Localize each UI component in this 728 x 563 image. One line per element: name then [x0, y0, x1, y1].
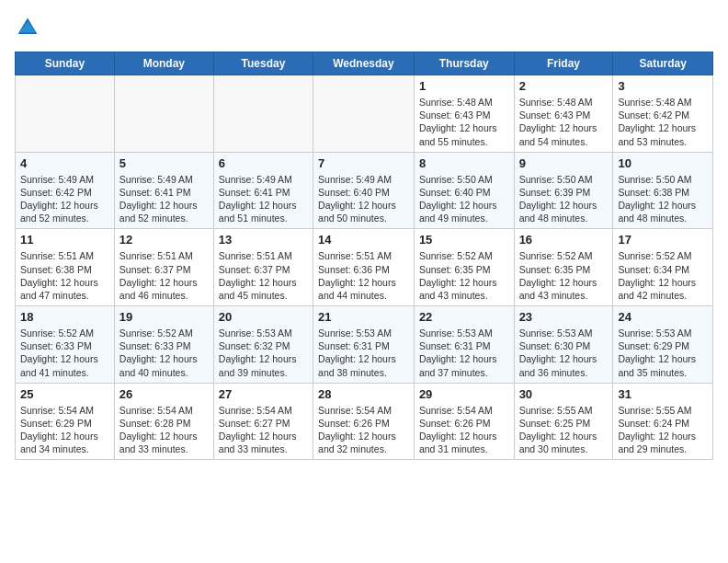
calendar-day-cell: 4Sunrise: 5:49 AM Sunset: 6:42 PM Daylig…	[16, 152, 115, 229]
day-number: 27	[219, 387, 308, 401]
day-number: 14	[318, 233, 409, 247]
calendar-day-cell: 11Sunrise: 5:51 AM Sunset: 6:38 PM Dayli…	[16, 229, 115, 306]
calendar-day-cell: 9Sunrise: 5:50 AM Sunset: 6:39 PM Daylig…	[514, 152, 613, 229]
day-of-week-header: Sunday	[16, 52, 115, 75]
day-number: 12	[119, 233, 209, 247]
calendar-day-cell: 2Sunrise: 5:48 AM Sunset: 6:43 PM Daylig…	[514, 75, 613, 153]
calendar-day-cell: 3Sunrise: 5:48 AM Sunset: 6:42 PM Daylig…	[613, 75, 713, 153]
calendar-day-cell: 20Sunrise: 5:53 AM Sunset: 6:32 PM Dayli…	[213, 306, 313, 384]
calendar-day-cell: 14Sunrise: 5:51 AM Sunset: 6:36 PM Dayli…	[313, 229, 415, 306]
day-info: Sunrise: 5:50 AM Sunset: 6:40 PM Dayligh…	[419, 173, 509, 225]
calendar-table: SundayMondayTuesdayWednesdayThursdayFrid…	[15, 52, 713, 460]
day-number: 6	[219, 156, 308, 170]
calendar-day-cell: 15Sunrise: 5:52 AM Sunset: 6:35 PM Dayli…	[414, 229, 514, 306]
logo	[15, 15, 44, 40]
calendar-day-cell: 17Sunrise: 5:52 AM Sunset: 6:34 PM Dayli…	[613, 229, 713, 306]
calendar-day-cell: 18Sunrise: 5:52 AM Sunset: 6:33 PM Dayli…	[16, 306, 115, 384]
day-number: 7	[318, 156, 409, 170]
day-of-week-header: Monday	[114, 52, 213, 75]
day-number: 2	[519, 79, 609, 93]
day-number: 23	[519, 310, 609, 324]
day-info: Sunrise: 5:51 AM Sunset: 6:37 PM Dayligh…	[219, 249, 308, 302]
page-header	[15, 15, 713, 40]
calendar-day-cell: 12Sunrise: 5:51 AM Sunset: 6:37 PM Dayli…	[114, 229, 213, 306]
day-info: Sunrise: 5:50 AM Sunset: 6:38 PM Dayligh…	[618, 173, 708, 225]
day-info: Sunrise: 5:51 AM Sunset: 6:37 PM Dayligh…	[119, 249, 209, 302]
calendar-day-cell: 30Sunrise: 5:55 AM Sunset: 6:25 PM Dayli…	[514, 383, 613, 460]
calendar-day-cell: 6Sunrise: 5:49 AM Sunset: 6:41 PM Daylig…	[213, 152, 313, 229]
day-number: 17	[618, 233, 708, 247]
day-info: Sunrise: 5:52 AM Sunset: 6:35 PM Dayligh…	[519, 249, 609, 302]
calendar-day-cell	[114, 75, 213, 153]
calendar-day-cell: 27Sunrise: 5:54 AM Sunset: 6:27 PM Dayli…	[213, 383, 313, 460]
day-number: 31	[618, 387, 708, 401]
calendar-week-row: 1Sunrise: 5:48 AM Sunset: 6:43 PM Daylig…	[16, 75, 713, 153]
day-info: Sunrise: 5:53 AM Sunset: 6:31 PM Dayligh…	[318, 327, 409, 379]
day-number: 24	[618, 310, 708, 324]
day-number: 15	[419, 233, 509, 247]
day-of-week-header: Tuesday	[213, 52, 313, 75]
logo-icon	[15, 15, 40, 40]
day-number: 22	[419, 310, 509, 324]
day-number: 25	[20, 387, 109, 401]
day-info: Sunrise: 5:49 AM Sunset: 6:41 PM Dayligh…	[119, 173, 209, 225]
day-number: 30	[519, 387, 609, 401]
day-number: 20	[219, 310, 308, 324]
calendar-day-cell: 19Sunrise: 5:52 AM Sunset: 6:33 PM Dayli…	[114, 306, 213, 384]
day-number: 8	[419, 156, 509, 170]
calendar-day-cell: 5Sunrise: 5:49 AM Sunset: 6:41 PM Daylig…	[114, 152, 213, 229]
day-info: Sunrise: 5:53 AM Sunset: 6:32 PM Dayligh…	[219, 327, 308, 379]
svg-marker-1	[19, 21, 36, 32]
day-info: Sunrise: 5:48 AM Sunset: 6:42 PM Dayligh…	[618, 96, 708, 148]
day-number: 4	[20, 156, 109, 170]
day-info: Sunrise: 5:50 AM Sunset: 6:39 PM Dayligh…	[519, 173, 609, 225]
day-number: 3	[618, 79, 708, 93]
day-info: Sunrise: 5:54 AM Sunset: 6:26 PM Dayligh…	[419, 404, 509, 456]
calendar-header-row: SundayMondayTuesdayWednesdayThursdayFrid…	[16, 52, 713, 75]
calendar-day-cell: 29Sunrise: 5:54 AM Sunset: 6:26 PM Dayli…	[414, 383, 514, 460]
day-of-week-header: Friday	[514, 52, 613, 75]
day-number: 18	[20, 310, 109, 324]
calendar-day-cell	[213, 75, 313, 153]
day-info: Sunrise: 5:52 AM Sunset: 6:33 PM Dayligh…	[20, 327, 109, 379]
day-info: Sunrise: 5:48 AM Sunset: 6:43 PM Dayligh…	[419, 96, 509, 148]
day-info: Sunrise: 5:54 AM Sunset: 6:29 PM Dayligh…	[20, 404, 109, 456]
calendar-day-cell: 28Sunrise: 5:54 AM Sunset: 6:26 PM Dayli…	[313, 383, 415, 460]
calendar-day-cell: 22Sunrise: 5:53 AM Sunset: 6:31 PM Dayli…	[414, 306, 514, 384]
calendar-week-row: 11Sunrise: 5:51 AM Sunset: 6:38 PM Dayli…	[16, 229, 713, 306]
day-info: Sunrise: 5:51 AM Sunset: 6:38 PM Dayligh…	[20, 249, 109, 302]
day-info: Sunrise: 5:54 AM Sunset: 6:26 PM Dayligh…	[318, 404, 409, 456]
calendar-day-cell	[313, 75, 415, 153]
calendar-day-cell: 16Sunrise: 5:52 AM Sunset: 6:35 PM Dayli…	[514, 229, 613, 306]
day-info: Sunrise: 5:55 AM Sunset: 6:24 PM Dayligh…	[618, 404, 708, 456]
calendar-day-cell: 24Sunrise: 5:53 AM Sunset: 6:29 PM Dayli…	[613, 306, 713, 384]
day-of-week-header: Wednesday	[313, 52, 415, 75]
day-number: 9	[519, 156, 609, 170]
day-info: Sunrise: 5:52 AM Sunset: 6:33 PM Dayligh…	[119, 327, 209, 379]
day-number: 1	[419, 79, 509, 93]
calendar-week-row: 4Sunrise: 5:49 AM Sunset: 6:42 PM Daylig…	[16, 152, 713, 229]
calendar-day-cell: 13Sunrise: 5:51 AM Sunset: 6:37 PM Dayli…	[213, 229, 313, 306]
day-info: Sunrise: 5:51 AM Sunset: 6:36 PM Dayligh…	[318, 249, 409, 302]
day-info: Sunrise: 5:53 AM Sunset: 6:31 PM Dayligh…	[419, 327, 509, 379]
calendar-week-row: 25Sunrise: 5:54 AM Sunset: 6:29 PM Dayli…	[16, 383, 713, 460]
calendar-day-cell: 10Sunrise: 5:50 AM Sunset: 6:38 PM Dayli…	[613, 152, 713, 229]
day-info: Sunrise: 5:52 AM Sunset: 6:34 PM Dayligh…	[618, 249, 708, 302]
day-number: 21	[318, 310, 409, 324]
day-info: Sunrise: 5:52 AM Sunset: 6:35 PM Dayligh…	[419, 249, 509, 302]
day-of-week-header: Saturday	[613, 52, 713, 75]
day-number: 11	[20, 233, 109, 247]
day-info: Sunrise: 5:54 AM Sunset: 6:28 PM Dayligh…	[119, 404, 209, 456]
calendar-day-cell: 8Sunrise: 5:50 AM Sunset: 6:40 PM Daylig…	[414, 152, 514, 229]
day-number: 5	[119, 156, 209, 170]
day-info: Sunrise: 5:53 AM Sunset: 6:30 PM Dayligh…	[519, 327, 609, 379]
calendar-day-cell: 31Sunrise: 5:55 AM Sunset: 6:24 PM Dayli…	[613, 383, 713, 460]
day-info: Sunrise: 5:49 AM Sunset: 6:41 PM Dayligh…	[219, 173, 308, 225]
calendar-day-cell: 7Sunrise: 5:49 AM Sunset: 6:40 PM Daylig…	[313, 152, 415, 229]
day-info: Sunrise: 5:48 AM Sunset: 6:43 PM Dayligh…	[519, 96, 609, 148]
day-number: 10	[618, 156, 708, 170]
day-of-week-header: Thursday	[414, 52, 514, 75]
day-info: Sunrise: 5:53 AM Sunset: 6:29 PM Dayligh…	[618, 327, 708, 379]
day-number: 19	[119, 310, 209, 324]
day-info: Sunrise: 5:49 AM Sunset: 6:40 PM Dayligh…	[318, 173, 409, 225]
